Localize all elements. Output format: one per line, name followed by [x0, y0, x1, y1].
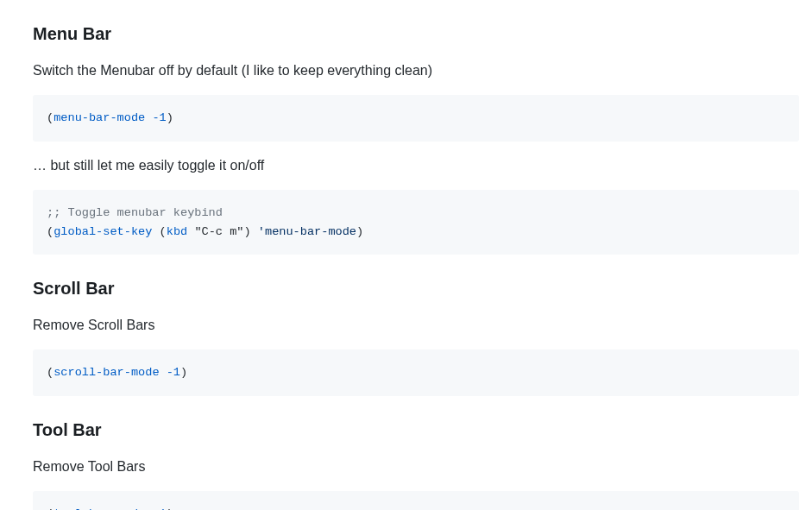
code-comment: ;; Toggle menubar keybind	[47, 206, 223, 219]
code-paren-open: (	[47, 225, 54, 238]
code-paren-close: )	[180, 366, 187, 379]
code-paren-open: (	[47, 111, 54, 124]
code-function: scroll-bar-mode -1	[54, 366, 180, 379]
code-block-menu-bar-mode: (menu-bar-mode -1)	[33, 95, 799, 142]
section-heading-menu-bar: Menu Bar	[33, 21, 799, 47]
code-paren-open: (	[47, 366, 54, 379]
paragraph-menu-bar-toggle: … but still let me easily toggle it on/o…	[33, 155, 799, 176]
paragraph-menu-bar-intro: Switch the Menubar off by default (I lik…	[33, 60, 799, 81]
code-function: menu-bar-mode -1	[54, 111, 167, 124]
section-heading-scroll-bar: Scroll Bar	[33, 275, 799, 301]
code-function: global-set-key	[54, 225, 152, 238]
code-text: (	[152, 225, 166, 238]
code-string: "C-c m"	[194, 225, 243, 238]
section-heading-tool-bar: Tool Bar	[33, 417, 799, 443]
paragraph-tool-bar: Remove Tool Bars	[33, 456, 799, 477]
code-block-tool-bar-mode: (tool-bar-mode -1)	[33, 491, 799, 510]
code-block-scroll-bar-mode: (scroll-bar-mode -1)	[33, 349, 799, 396]
code-text: )	[243, 225, 257, 238]
code-paren-close: )	[356, 225, 363, 238]
code-paren-close: )	[167, 111, 173, 124]
code-function: kbd	[167, 225, 187, 238]
paragraph-scroll-bar: Remove Scroll Bars	[33, 315, 799, 336]
code-block-menu-bar-keybind: ;; Toggle menubar keybind(global-set-key…	[33, 190, 799, 255]
code-symbol: 'menu-bar-mode	[258, 225, 356, 238]
